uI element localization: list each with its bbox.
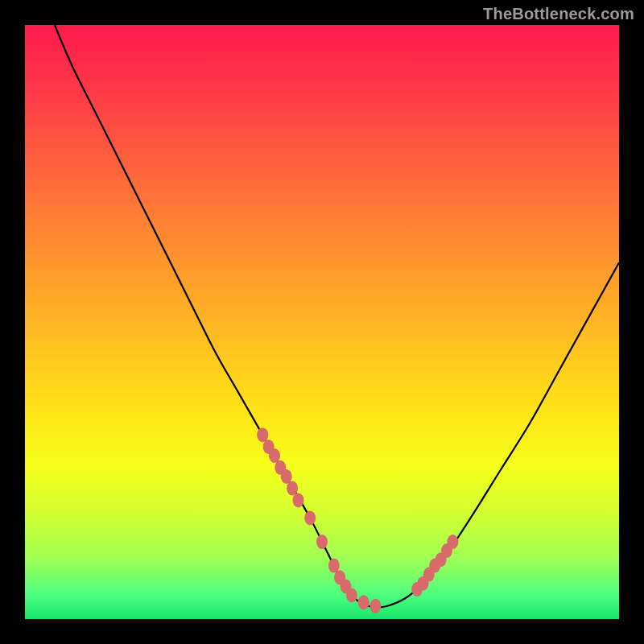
- curve-group: [55, 25, 619, 607]
- marker-dot: [257, 427, 268, 442]
- marker-dot: [369, 599, 381, 613]
- chart-frame: TheBottleneck.com: [0, 0, 644, 644]
- marker-dot: [269, 448, 280, 463]
- bottleneck-curve-path: [55, 25, 619, 607]
- bottleneck-curve-svg: [25, 25, 619, 619]
- marker-dot: [346, 588, 357, 603]
- marker-dot: [447, 535, 458, 549]
- plot-area: [25, 25, 619, 619]
- marker-dot: [358, 595, 369, 609]
- watermark-text: TheBottleneck.com: [483, 5, 634, 23]
- marker-dot: [293, 493, 304, 507]
- marker-dot: [304, 511, 316, 526]
- marker-dot: [287, 481, 298, 496]
- highlight-markers-right: [411, 535, 458, 597]
- marker-dot: [316, 535, 328, 549]
- highlight-markers-left: [257, 427, 381, 613]
